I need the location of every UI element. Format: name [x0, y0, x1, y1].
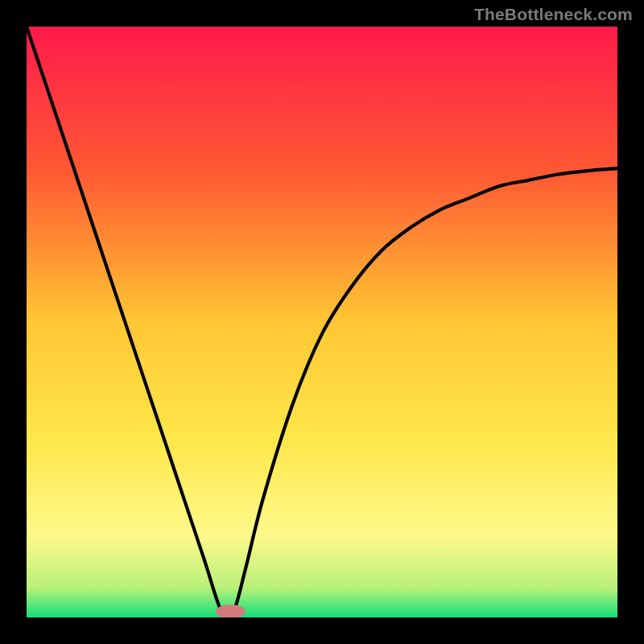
- gradient-background: [27, 27, 617, 617]
- chart-frame: TheBottleneck.com: [0, 0, 644, 644]
- watermark-text: TheBottleneck.com: [474, 5, 633, 24]
- plot-area: [27, 27, 617, 617]
- chart-svg: [27, 27, 617, 617]
